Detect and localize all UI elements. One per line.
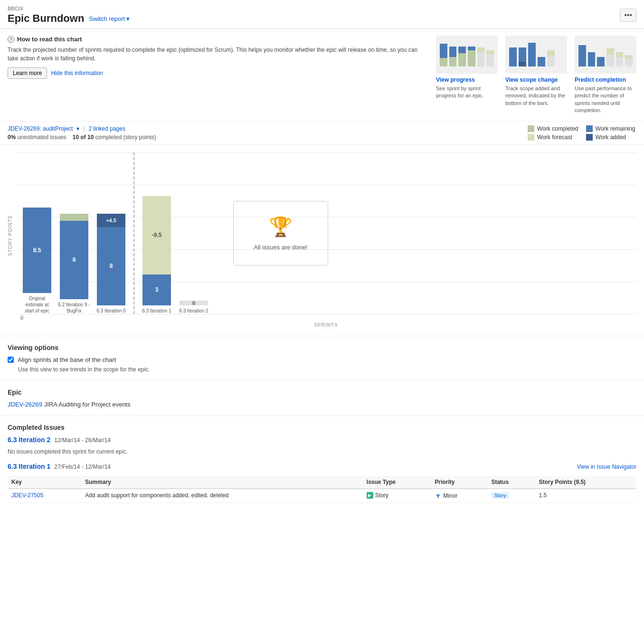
unestimated-label: unestimated issues [18,134,66,141]
issue-status-cell: Story [487,489,535,503]
chart-example-img-scope [505,36,567,74]
issue-points-cell: 1.5 [535,489,636,503]
chart-example-desc-scope: Track scope added and removed, indicated… [505,85,567,107]
col-summary: Summary [81,476,363,489]
dropdown-arrow-icon: ▾ [76,125,79,132]
dashed-divider [133,152,134,314]
view-navigator-link[interactable]: View in Issue Navigator [577,464,636,470]
legend-swatch-added [586,134,593,141]
legend-work-forecast: Work forecast [528,134,578,141]
bar-group-iter0: 8 +4.5 6.3 Iteration 0 [95,214,128,314]
mini-bar-s2 [519,47,526,66]
issues-table: Key Summary Issue Type Priority Status S… [8,476,636,503]
mini-bar-s4 [538,57,545,66]
all-done-text: All issues are done! [254,244,307,251]
align-sprints-row: Align sprints at the base of the chart [8,356,636,363]
col-priority: Priority [431,476,487,489]
legend-label-forecast: Work forecast [537,134,572,141]
switch-report-button[interactable]: Switch report ▾ [89,15,130,22]
completed-label: completed (story points) [95,134,156,141]
mini-bar-p5 [616,52,624,66]
mini-bar-p3 [597,57,605,66]
bar-group-iter2: 0 6.3 Iteration 2 [177,301,210,314]
unestimated-pct: 0% [8,134,16,141]
project-link[interactable]: JDEV-26269: auditProject [8,125,73,132]
bar-stack-original: 8.5 [23,208,51,293]
bar-label-iter0: 6.3 Iteration 0 [95,308,128,314]
story-type-icon: ▶ [367,492,373,499]
mini-bar-s3 [528,43,536,66]
chart-example-title-progress[interactable]: View progress [436,76,498,83]
y-axis-label: STORY POINTS [8,152,13,319]
bar-segment-remaining-iter1: 3 [142,275,171,305]
epic-name: JIRA Auditing for Project events [44,401,131,408]
mini-bar-s5 [547,50,555,66]
mini-bar-p2 [588,52,596,66]
how-to-title: ? How to read this chart [8,36,426,43]
header-left: BBCIX Epic Burndown Switch report ▾ [8,6,130,25]
bar-segment-completed-iter9 [60,214,88,221]
bar-segment-forecast-iter1: -9.5 [142,196,171,275]
mini-bar-5 [477,47,485,66]
page-title: Epic Burndown Switch report ▾ [8,12,130,25]
mini-bar-4 [468,47,475,66]
grid-line-bottom [16,314,636,314]
bar-stack-iter9: 8 [60,214,88,299]
col-status: Status [487,476,535,489]
bar-group-original: 8.5 Original estimate at start of epic [20,208,54,314]
issues-table-header-row: Key Summary Issue Type Priority Status S… [8,476,636,489]
hide-info-button[interactable]: Hide this information [51,67,103,79]
bar-segment-added-iter0: +4.5 [97,214,125,227]
bar-label-original: Original estimate at start of epic [20,295,54,314]
burndown-chart: STORY POINTS 8.5 Original estimate [0,145,644,336]
bar-label-iter2: 6.3 Iteration 2 [177,308,210,314]
priority-icon: ▼ [435,492,441,500]
linked-pages-link[interactable]: 2 linked pages [89,125,125,132]
bar-segment-remaining-original: 8.5 [23,208,51,293]
completed-issues-title: Completed Issues [8,424,636,431]
chart-examples: View progress See sprint by sprint progr… [436,36,636,114]
bar-label-iter9: 6.2 Iteration 9 - BugFix [57,302,91,314]
legend-label-added: Work added [596,134,626,141]
x-axis-row: 0 [16,315,636,321]
legend-label-remaining: Work remaining [596,125,635,132]
chart-example-title-predict[interactable]: Predict completion [575,76,636,83]
info-icon: ? [8,36,14,43]
table-row: JDEV-27505 Add audit support for compone… [8,489,636,503]
project-selector: JDEV-26269: auditProject ▾ | 2 linked pa… [8,125,156,132]
mini-bar-1 [440,44,447,66]
sprint-name-iter1[interactable]: 6.3 Iteration 1 [8,463,50,470]
issue-key-link[interactable]: JDEV-27505 [11,492,43,499]
sprint-name-iter2[interactable]: 6.3 Iteration 2 [8,436,50,444]
viewing-options-section: Viewing options Align sprints at the bas… [0,336,644,381]
issue-key-cell: JDEV-27505 [8,489,81,503]
align-sprints-checkbox[interactable] [8,357,14,363]
issues-table-head: Key Summary Issue Type Priority Status S… [8,476,636,489]
legend-swatch-forecast [528,134,534,141]
col-story-points: Story Points (9.5) [535,476,636,489]
legend-work-added: Work added [586,134,636,141]
chart-inner: 8.5 Original estimate at start of epic 8… [16,152,636,328]
completed-count: 10 of 10 [73,134,94,141]
chart-example-desc-progress: See sprint by sprint progress for an epi… [436,85,498,100]
chart-example-desc-predict: Use past performance to predict the numb… [575,85,636,114]
align-sprints-label: Align sprints at the base of the chart [18,356,116,363]
chart-area: STORY POINTS 8.5 Original estimate [8,152,636,328]
col-issue-type: Issue Type [363,476,431,489]
learn-more-button[interactable]: Learn more [8,67,47,79]
bar-segment-remaining-iter9: 8 [60,221,88,299]
how-to-description: Track the projected number of sprints re… [8,46,426,63]
chart-example-scope: View scope change Track scope added and … [505,36,567,107]
mini-bar-s1 [509,47,517,66]
epic-key-link[interactable]: JDEV-26269 [8,401,42,408]
trophy-icon: 🏆 [269,216,293,238]
legend-work-remaining: Work remaining [586,125,636,132]
chart-example-title-scope[interactable]: View scope change [505,76,567,83]
chart-example-progress: View progress See sprint by sprint progr… [436,36,498,100]
breadcrumb: BBCIX [8,6,130,11]
more-options-button[interactable]: ••• [620,9,636,22]
issue-type-label: Story [375,492,388,499]
sprint-header-iter1: 6.3 Iteration 1 27/Feb/14 - 12/Mar/14 Vi… [8,463,636,472]
mini-bar-2 [449,47,457,66]
bar-segment-remaining-iter0: 8 [97,227,125,305]
